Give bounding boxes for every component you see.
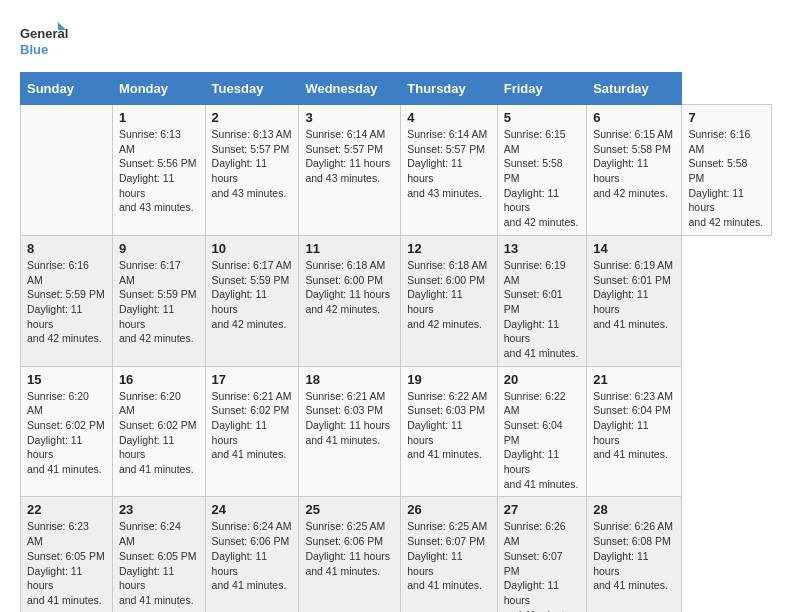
day-info: Sunrise: 6:21 AM Sunset: 6:03 PM Dayligh…: [305, 389, 394, 448]
day-cell-7: 7Sunrise: 6:16 AM Sunset: 5:58 PM Daylig…: [682, 105, 772, 236]
header-monday: Monday: [112, 73, 205, 105]
day-cell-14: 14Sunrise: 6:19 AM Sunset: 6:01 PM Dayli…: [587, 235, 682, 366]
day-cell-13: 13Sunrise: 6:19 AM Sunset: 6:01 PM Dayli…: [497, 235, 586, 366]
day-cell-1: 1Sunrise: 6:13 AM Sunset: 5:56 PM Daylig…: [112, 105, 205, 236]
day-cell-21: 21Sunrise: 6:23 AM Sunset: 6:04 PM Dayli…: [587, 366, 682, 497]
day-info: Sunrise: 6:13 AM Sunset: 5:57 PM Dayligh…: [212, 127, 293, 200]
day-info: Sunrise: 6:25 AM Sunset: 6:06 PM Dayligh…: [305, 519, 394, 578]
header-sunday: Sunday: [21, 73, 113, 105]
day-number: 3: [305, 110, 394, 125]
day-info: Sunrise: 6:15 AM Sunset: 5:58 PM Dayligh…: [504, 127, 580, 230]
calendar-header-row: SundayMondayTuesdayWednesdayThursdayFrid…: [21, 73, 772, 105]
day-info: Sunrise: 6:19 AM Sunset: 6:01 PM Dayligh…: [593, 258, 675, 331]
day-number: 22: [27, 502, 106, 517]
day-number: 8: [27, 241, 106, 256]
day-cell-12: 12Sunrise: 6:18 AM Sunset: 6:00 PM Dayli…: [401, 235, 497, 366]
day-number: 17: [212, 372, 293, 387]
day-info: Sunrise: 6:14 AM Sunset: 5:57 PM Dayligh…: [305, 127, 394, 186]
week-row-1: 1Sunrise: 6:13 AM Sunset: 5:56 PM Daylig…: [21, 105, 772, 236]
page-header: General Blue: [20, 20, 772, 62]
day-cell-4: 4Sunrise: 6:14 AM Sunset: 5:57 PM Daylig…: [401, 105, 497, 236]
day-cell-10: 10Sunrise: 6:17 AM Sunset: 5:59 PM Dayli…: [205, 235, 299, 366]
header-wednesday: Wednesday: [299, 73, 401, 105]
day-info: Sunrise: 6:20 AM Sunset: 6:02 PM Dayligh…: [27, 389, 106, 477]
day-number: 27: [504, 502, 580, 517]
logo-svg: General Blue: [20, 20, 70, 62]
day-info: Sunrise: 6:17 AM Sunset: 5:59 PM Dayligh…: [212, 258, 293, 331]
day-number: 6: [593, 110, 675, 125]
header-friday: Friday: [497, 73, 586, 105]
day-number: 25: [305, 502, 394, 517]
day-number: 7: [688, 110, 765, 125]
day-number: 9: [119, 241, 199, 256]
day-number: 20: [504, 372, 580, 387]
day-cell-28: 28Sunrise: 6:26 AM Sunset: 6:08 PM Dayli…: [587, 497, 682, 612]
day-number: 23: [119, 502, 199, 517]
day-cell-5: 5Sunrise: 6:15 AM Sunset: 5:58 PM Daylig…: [497, 105, 586, 236]
day-cell-11: 11Sunrise: 6:18 AM Sunset: 6:00 PM Dayli…: [299, 235, 401, 366]
day-info: Sunrise: 6:22 AM Sunset: 6:04 PM Dayligh…: [504, 389, 580, 492]
day-cell-25: 25Sunrise: 6:25 AM Sunset: 6:06 PM Dayli…: [299, 497, 401, 612]
day-info: Sunrise: 6:13 AM Sunset: 5:56 PM Dayligh…: [119, 127, 199, 215]
day-number: 1: [119, 110, 199, 125]
day-number: 16: [119, 372, 199, 387]
day-info: Sunrise: 6:14 AM Sunset: 5:57 PM Dayligh…: [407, 127, 490, 200]
day-number: 18: [305, 372, 394, 387]
day-info: Sunrise: 6:19 AM Sunset: 6:01 PM Dayligh…: [504, 258, 580, 361]
day-number: 15: [27, 372, 106, 387]
calendar-table: SundayMondayTuesdayWednesdayThursdayFrid…: [20, 72, 772, 612]
day-number: 13: [504, 241, 580, 256]
day-number: 10: [212, 241, 293, 256]
header-thursday: Thursday: [401, 73, 497, 105]
day-info: Sunrise: 6:20 AM Sunset: 6:02 PM Dayligh…: [119, 389, 199, 477]
day-cell-6: 6Sunrise: 6:15 AM Sunset: 5:58 PM Daylig…: [587, 105, 682, 236]
day-info: Sunrise: 6:24 AM Sunset: 6:05 PM Dayligh…: [119, 519, 199, 607]
day-info: Sunrise: 6:17 AM Sunset: 5:59 PM Dayligh…: [119, 258, 199, 346]
day-cell-17: 17Sunrise: 6:21 AM Sunset: 6:02 PM Dayli…: [205, 366, 299, 497]
day-info: Sunrise: 6:23 AM Sunset: 6:04 PM Dayligh…: [593, 389, 675, 462]
day-number: 11: [305, 241, 394, 256]
day-number: 5: [504, 110, 580, 125]
header-tuesday: Tuesday: [205, 73, 299, 105]
day-info: Sunrise: 6:15 AM Sunset: 5:58 PM Dayligh…: [593, 127, 675, 200]
day-info: Sunrise: 6:18 AM Sunset: 6:00 PM Dayligh…: [305, 258, 394, 317]
week-row-3: 15Sunrise: 6:20 AM Sunset: 6:02 PM Dayli…: [21, 366, 772, 497]
day-info: Sunrise: 6:25 AM Sunset: 6:07 PM Dayligh…: [407, 519, 490, 592]
day-cell-18: 18Sunrise: 6:21 AM Sunset: 6:03 PM Dayli…: [299, 366, 401, 497]
day-number: 12: [407, 241, 490, 256]
day-info: Sunrise: 6:21 AM Sunset: 6:02 PM Dayligh…: [212, 389, 293, 462]
day-info: Sunrise: 6:23 AM Sunset: 6:05 PM Dayligh…: [27, 519, 106, 607]
day-cell-24: 24Sunrise: 6:24 AM Sunset: 6:06 PM Dayli…: [205, 497, 299, 612]
week-row-4: 22Sunrise: 6:23 AM Sunset: 6:05 PM Dayli…: [21, 497, 772, 612]
day-number: 14: [593, 241, 675, 256]
day-cell-27: 27Sunrise: 6:26 AM Sunset: 6:07 PM Dayli…: [497, 497, 586, 612]
day-info: Sunrise: 6:22 AM Sunset: 6:03 PM Dayligh…: [407, 389, 490, 462]
day-number: 28: [593, 502, 675, 517]
day-cell-23: 23Sunrise: 6:24 AM Sunset: 6:05 PM Dayli…: [112, 497, 205, 612]
day-number: 21: [593, 372, 675, 387]
day-number: 4: [407, 110, 490, 125]
day-number: 26: [407, 502, 490, 517]
day-info: Sunrise: 6:16 AM Sunset: 5:59 PM Dayligh…: [27, 258, 106, 346]
day-cell-16: 16Sunrise: 6:20 AM Sunset: 6:02 PM Dayli…: [112, 366, 205, 497]
day-number: 19: [407, 372, 490, 387]
day-number: 2: [212, 110, 293, 125]
day-number: 24: [212, 502, 293, 517]
day-info: Sunrise: 6:18 AM Sunset: 6:00 PM Dayligh…: [407, 258, 490, 331]
day-cell-19: 19Sunrise: 6:22 AM Sunset: 6:03 PM Dayli…: [401, 366, 497, 497]
day-info: Sunrise: 6:24 AM Sunset: 6:06 PM Dayligh…: [212, 519, 293, 592]
day-cell-22: 22Sunrise: 6:23 AM Sunset: 6:05 PM Dayli…: [21, 497, 113, 612]
day-cell-3: 3Sunrise: 6:14 AM Sunset: 5:57 PM Daylig…: [299, 105, 401, 236]
day-info: Sunrise: 6:26 AM Sunset: 6:07 PM Dayligh…: [504, 519, 580, 612]
day-info: Sunrise: 6:26 AM Sunset: 6:08 PM Dayligh…: [593, 519, 675, 592]
day-cell-15: 15Sunrise: 6:20 AM Sunset: 6:02 PM Dayli…: [21, 366, 113, 497]
logo: General Blue: [20, 20, 70, 62]
day-info: Sunrise: 6:16 AM Sunset: 5:58 PM Dayligh…: [688, 127, 765, 230]
empty-cell: [21, 105, 113, 236]
week-row-2: 8Sunrise: 6:16 AM Sunset: 5:59 PM Daylig…: [21, 235, 772, 366]
day-cell-8: 8Sunrise: 6:16 AM Sunset: 5:59 PM Daylig…: [21, 235, 113, 366]
svg-text:Blue: Blue: [20, 42, 48, 57]
day-cell-2: 2Sunrise: 6:13 AM Sunset: 5:57 PM Daylig…: [205, 105, 299, 236]
header-saturday: Saturday: [587, 73, 682, 105]
day-cell-9: 9Sunrise: 6:17 AM Sunset: 5:59 PM Daylig…: [112, 235, 205, 366]
